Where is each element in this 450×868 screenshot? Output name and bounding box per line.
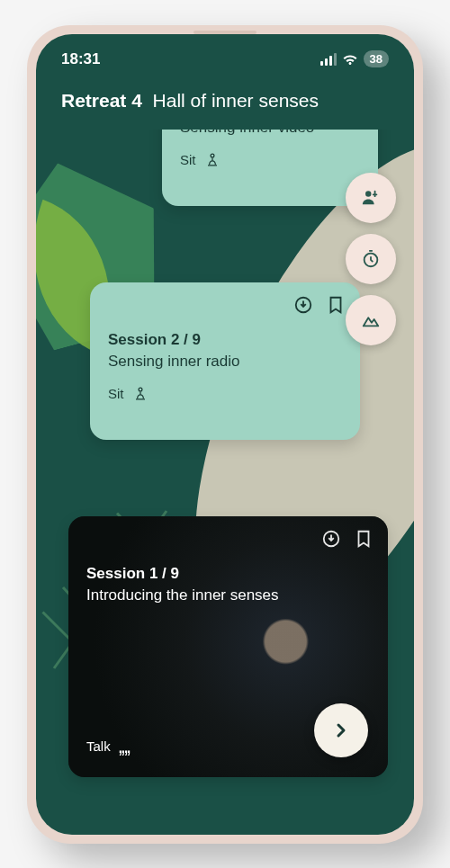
- session-list[interactable]: Sensing inner video Sit Session 2 / 9 Se…: [36, 130, 414, 813]
- signal-icon: [320, 53, 337, 66]
- session-title: Sensing inner video: [180, 130, 360, 137]
- play-button[interactable]: [314, 703, 368, 757]
- session-card-1[interactable]: Session 1 / 9 Introducing the inner sens…: [68, 516, 388, 777]
- bookmark-icon[interactable]: [326, 295, 346, 315]
- card-actions: [321, 529, 374, 549]
- app-screen: 18:31 38 Retreat 4 Hall of inner senses: [36, 34, 414, 835]
- timer-icon: [361, 249, 381, 269]
- svg-point-15: [139, 388, 142, 391]
- retreat-title: Hall of inner senses: [153, 90, 319, 111]
- bookmark-icon[interactable]: [354, 529, 374, 549]
- page-header: Retreat 4 Hall of inner senses: [36, 77, 414, 130]
- mountain-icon: [361, 310, 381, 330]
- svg-point-13: [211, 154, 214, 157]
- meditation-icon: [203, 151, 221, 169]
- battery-level: 38: [364, 50, 389, 67]
- download-icon[interactable]: [293, 295, 313, 315]
- landscape-button[interactable]: [346, 295, 396, 345]
- session-title: Introducing the inner senses: [86, 586, 370, 604]
- card-actions: [293, 295, 346, 315]
- session-type: Talk ,,,,: [86, 738, 129, 754]
- session-title: Sensing inner radio: [108, 353, 342, 371]
- chevron-right-icon: [330, 720, 352, 741]
- svg-point-11: [365, 191, 371, 196]
- session-type: Sit: [108, 385, 342, 403]
- fab-stack: [346, 173, 396, 345]
- quote-icon: ,,,,: [118, 741, 129, 751]
- phone-frame: 18:31 38 Retreat 4 Hall of inner senses: [27, 25, 423, 844]
- status-bar: 18:31 38: [36, 34, 414, 77]
- session-type: Sit: [180, 151, 360, 169]
- session-number: Session 2 / 9: [108, 331, 342, 349]
- person-icon: [361, 188, 381, 208]
- session-number: Session 1 / 9: [86, 565, 370, 583]
- meditation-icon: [131, 385, 149, 403]
- profile-button[interactable]: [346, 173, 396, 223]
- timer-button[interactable]: [346, 234, 396, 284]
- phone-speaker: [194, 31, 256, 34]
- session-card-2[interactable]: Session 2 / 9 Sensing inner radio Sit: [90, 282, 360, 440]
- download-icon[interactable]: [321, 529, 341, 549]
- wifi-icon: [342, 51, 358, 67]
- status-right: 38: [320, 50, 389, 67]
- retreat-number: Retreat 4: [61, 90, 142, 111]
- status-time: 18:31: [61, 50, 100, 68]
